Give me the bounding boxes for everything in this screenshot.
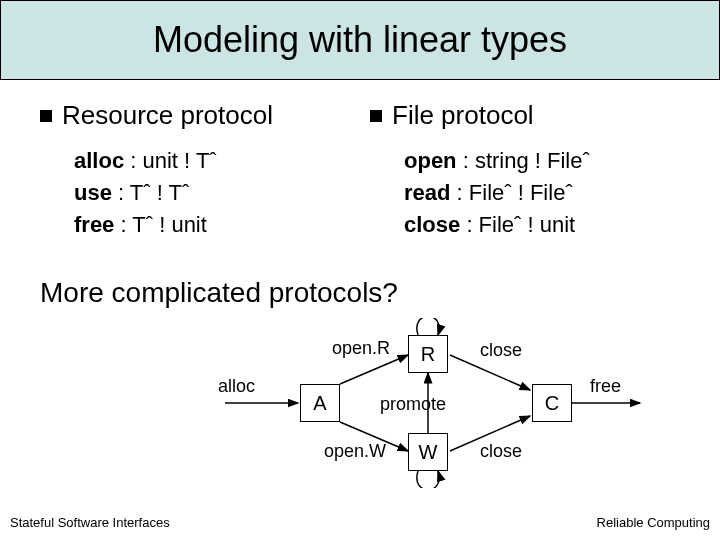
columns: Resource protocol alloc : unit ! Tˆ use …: [40, 100, 680, 241]
state-W: W: [408, 433, 448, 471]
state-C: C: [532, 384, 572, 422]
file-heading: File protocol: [392, 100, 534, 131]
svg-line-1: [340, 355, 408, 384]
sig-rest: : Tˆ ! Tˆ: [112, 180, 189, 205]
right-column: File protocol open : string ! Fileˆ read…: [370, 100, 680, 241]
bullet-resource: Resource protocol: [40, 100, 350, 131]
sig-rest: : Fileˆ ! Fileˆ: [450, 180, 572, 205]
slide-title: Modeling with linear types: [153, 19, 567, 61]
sig-rest: : Tˆ ! unit: [114, 212, 207, 237]
sig-row: free : Tˆ ! unit: [74, 209, 350, 241]
state-A: A: [300, 384, 340, 422]
footer-right: Reliable Computing: [597, 515, 710, 530]
label-closeW: close: [480, 441, 522, 462]
sig-row: open : string ! Fileˆ: [404, 145, 680, 177]
complicated-heading: More complicated protocols?: [40, 277, 680, 309]
sig-name: read: [404, 177, 450, 209]
bullet-icon: [370, 110, 382, 122]
left-column: Resource protocol alloc : unit ! Tˆ use …: [40, 100, 350, 241]
label-openW: open.W: [324, 441, 386, 462]
footer-left: Stateful Software Interfaces: [10, 515, 170, 530]
label-openR: open.R: [332, 338, 390, 359]
state-R: R: [408, 335, 448, 373]
resource-heading: Resource protocol: [62, 100, 273, 131]
sig-name: alloc: [74, 145, 124, 177]
sig-row: read : Fileˆ ! Fileˆ: [404, 177, 680, 209]
sig-row: alloc : unit ! Tˆ: [74, 145, 350, 177]
state-diagram: A R W C alloc open.R open.W promote clos…: [0, 318, 720, 488]
sig-rest: : string ! Fileˆ: [457, 148, 590, 173]
label-free: free: [590, 376, 621, 397]
sig-name: use: [74, 177, 112, 209]
label-alloc: alloc: [218, 376, 255, 397]
sig-name: open: [404, 145, 457, 177]
sig-name: close: [404, 209, 460, 241]
sig-rest: : unit ! Tˆ: [124, 148, 217, 173]
title-band: Modeling with linear types: [0, 0, 720, 80]
label-closeR: close: [480, 340, 522, 361]
sig-name: free: [74, 209, 114, 241]
slide: Modeling with linear types Resource prot…: [0, 0, 720, 540]
bullet-file: File protocol: [370, 100, 680, 131]
sig-rest: : Fileˆ ! unit: [460, 212, 575, 237]
label-promote: promote: [380, 394, 446, 415]
slide-body: Resource protocol alloc : unit ! Tˆ use …: [40, 100, 680, 309]
resource-signatures: alloc : unit ! Tˆ use : Tˆ ! Tˆ free : T…: [74, 145, 350, 241]
bullet-icon: [40, 110, 52, 122]
file-signatures: open : string ! Fileˆ read : Fileˆ ! Fil…: [404, 145, 680, 241]
sig-row: use : Tˆ ! Tˆ: [74, 177, 350, 209]
sig-row: close : Fileˆ ! unit: [404, 209, 680, 241]
